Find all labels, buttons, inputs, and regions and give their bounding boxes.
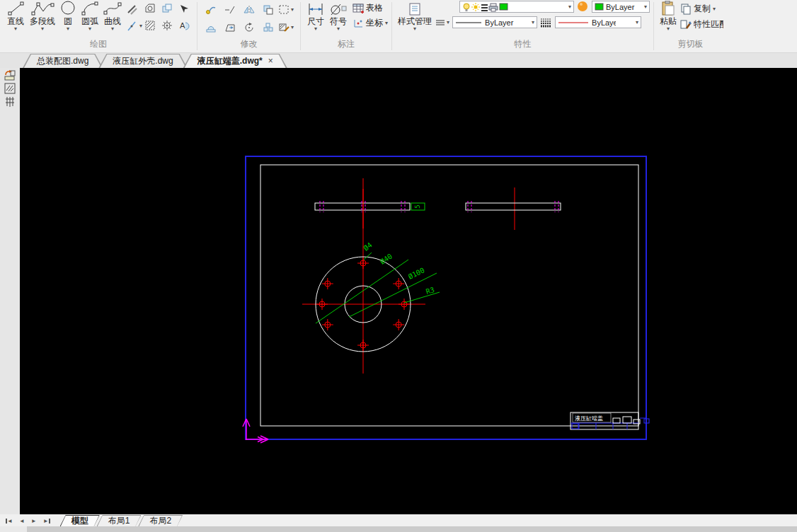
bolt-hole <box>316 299 328 310</box>
curve-icon <box>103 0 122 16</box>
region-button[interactable] <box>142 1 158 16</box>
bulb-icon[interactable] <box>462 2 471 12</box>
chevron-down-icon[interactable]: ▾ <box>67 26 69 32</box>
chevron-down-icon[interactable]: ▾ <box>633 19 638 25</box>
symbol-button[interactable]: 符号 ▾ <box>327 0 350 32</box>
sheet-manager-button[interactable] <box>2 96 18 108</box>
doc-tab-cylinder-shell[interactable]: 液压缸外壳.dwg <box>98 54 187 68</box>
bolt-hole <box>322 278 333 289</box>
copy-button[interactable]: 复制 ▾ <box>680 3 723 15</box>
ribbon-group-annotate: 尺寸 ▾ 符号 ▾ 表格 坐标 ▾ 标注 <box>301 0 391 52</box>
style-manager-button[interactable]: 样式管理 ▾ <box>396 0 434 32</box>
dimensions[interactable]: Ø4 Ø40 Ø100 R3 <box>316 241 440 323</box>
window-select-icon <box>263 4 274 16</box>
model-space-canvas[interactable]: 5 <box>20 68 797 514</box>
chevron-down-icon[interactable]: ▾ <box>667 26 670 32</box>
last-tab-button[interactable]: ► <box>43 518 50 524</box>
layer-combo[interactable]: ▾ <box>459 1 574 13</box>
sheet-manager-icon <box>4 96 16 108</box>
copy-entity-button[interactable] <box>201 1 220 18</box>
tab-layout1[interactable]: 布局1 <box>97 515 142 526</box>
block-manager-button[interactable] <box>2 82 18 95</box>
hatch-edit-button[interactable] <box>277 18 291 36</box>
color-combo[interactable]: ByLayer ▾ <box>592 1 650 13</box>
chevron-down-icon[interactable]: ▾ <box>41 26 44 32</box>
selection-rect-icon <box>279 4 289 15</box>
region-icon <box>144 3 156 14</box>
array-button[interactable] <box>258 18 277 36</box>
frame-settings-button[interactable] <box>2 69 18 81</box>
ribbon-group-draw: 直线 ▾ 多段线 ▾ 圆 ▾ 圆弧 ▾ 曲线 ▾ <box>0 0 197 52</box>
hatch-button[interactable] <box>142 18 158 33</box>
side-view-right[interactable] <box>466 187 561 230</box>
chevron-down-icon[interactable]: ▾ <box>566 4 571 10</box>
circle-button[interactable]: 圆 ▾ <box>57 0 79 32</box>
gear-button[interactable] <box>159 18 175 33</box>
thickness-dimension[interactable]: 5 <box>411 203 425 210</box>
drawing-frame[interactable] <box>246 156 646 439</box>
previous-tab-button[interactable]: ◄ <box>19 518 25 524</box>
block-button[interactable] <box>159 1 175 16</box>
arc-button[interactable]: 圆弧 ▾ <box>79 0 101 32</box>
window-select-button[interactable] <box>258 1 277 18</box>
sun-icon[interactable] <box>471 2 481 12</box>
coordinate-button[interactable]: 坐标 ▾ <box>352 17 388 29</box>
chevron-down-icon[interactable]: ▾ <box>291 7 294 13</box>
match-properties-button[interactable]: 特性匹配 <box>680 18 723 30</box>
chevron-down-icon[interactable]: ▾ <box>14 26 17 32</box>
tab-model[interactable]: 模型 <box>60 515 100 526</box>
symbol-icon <box>329 0 348 16</box>
dimension-button[interactable]: 尺寸 ▾ <box>304 0 327 32</box>
lock-icon[interactable] <box>481 2 488 12</box>
coordinate-label: 坐标 <box>366 17 383 29</box>
tab-layout1-label: 布局1 <box>97 515 142 526</box>
rotate-button[interactable] <box>239 18 258 36</box>
style-manager-icon <box>408 0 422 16</box>
block-manager-icon <box>4 83 16 94</box>
chevron-down-icon[interactable]: ▾ <box>385 21 388 26</box>
lineweight-icon[interactable] <box>540 18 552 28</box>
close-icon[interactable]: × <box>268 56 273 66</box>
chevron-down-icon[interactable]: ▾ <box>413 26 416 32</box>
title-block[interactable]: 液压缸端盖 <box>570 412 649 429</box>
chevron-down-icon[interactable]: ▾ <box>447 20 449 25</box>
chevron-down-icon[interactable]: ▾ <box>291 25 294 30</box>
polyline-button[interactable]: 多段线 ▾ <box>28 0 57 32</box>
first-tab-button[interactable]: ◄ <box>6 518 13 524</box>
tab-layout2-label: 布局2 <box>138 515 183 526</box>
line-button[interactable]: 直线 ▾ <box>4 0 28 32</box>
mirror-button[interactable] <box>239 1 258 18</box>
paste-label: 粘贴 <box>660 16 677 26</box>
construction-line-button[interactable] <box>124 18 139 33</box>
chevron-down-icon[interactable]: ▾ <box>642 4 647 10</box>
doc-tab-assembly[interactable]: 总装配图.dwg <box>23 54 103 68</box>
table-button[interactable]: 表格 <box>352 2 388 14</box>
color-ball-icon[interactable] <box>577 1 589 13</box>
line-style-button[interactable] <box>434 15 447 30</box>
pointer-button[interactable] <box>176 1 192 16</box>
divide-button[interactable] <box>220 1 239 18</box>
chevron-down-icon[interactable]: ▾ <box>88 26 91 32</box>
curve-button[interactable]: 曲线 ▾ <box>101 0 124 32</box>
doc-tab-end-cap[interactable]: 液压缸端盖.dwg* × <box>183 54 287 68</box>
selection-rect-button[interactable] <box>277 1 291 18</box>
gear-icon <box>161 20 173 31</box>
color-value: ByLayer <box>606 3 634 11</box>
layer-color-swatch[interactable] <box>499 3 508 11</box>
parallel-lines-button[interactable] <box>124 1 139 16</box>
side-view-left[interactable]: 5 <box>315 189 425 229</box>
stretch-button[interactable] <box>220 18 239 36</box>
printer-icon[interactable] <box>488 2 499 12</box>
stamp-button[interactable] <box>201 18 220 36</box>
text-style-button[interactable]: A <box>176 18 192 33</box>
chevron-down-icon[interactable]: ▾ <box>111 26 114 32</box>
tab-layout2[interactable]: 布局2 <box>138 515 183 526</box>
chevron-down-icon[interactable]: ▾ <box>713 6 716 12</box>
chevron-down-icon[interactable]: ▾ <box>314 26 317 32</box>
linetype-combo[interactable]: ByLayer ▾ <box>452 16 537 28</box>
next-tab-button[interactable]: ► <box>31 518 37 524</box>
chevron-down-icon[interactable]: ▾ <box>529 19 534 25</box>
paste-button[interactable]: 粘贴 ▾ <box>658 0 679 32</box>
linetype2-combo[interactable]: ByLayer ▾ <box>555 16 641 28</box>
chevron-down-icon[interactable]: ▾ <box>337 26 340 32</box>
